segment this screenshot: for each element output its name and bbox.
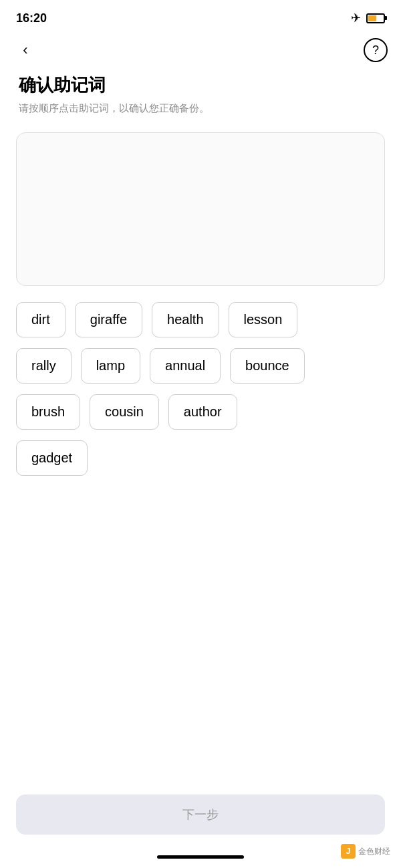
word-chip-rally[interactable]: rally xyxy=(16,348,72,384)
bottom-area: 下一步 xyxy=(0,794,401,835)
word-row: dirtgiraffehealthlesson xyxy=(16,302,385,337)
page-subtitle: 请按顺序点击助记词，以确认您正确备份。 xyxy=(19,102,382,115)
watermark-label: 金色财经 xyxy=(358,846,390,857)
watermark-icon: J xyxy=(341,844,356,859)
word-chip-annual[interactable]: annual xyxy=(150,348,221,384)
word-row: rallylampannualbounce xyxy=(16,348,385,384)
battery-icon xyxy=(366,13,385,23)
nav-bar: ‹ ? xyxy=(0,33,401,67)
word-row: gadget xyxy=(16,440,385,476)
status-icons: ✈ xyxy=(351,11,385,25)
battery-fill xyxy=(368,15,376,21)
watermark: J 金色财经 xyxy=(341,844,390,859)
word-chip-lamp[interactable]: lamp xyxy=(81,348,140,384)
word-chip-author[interactable]: author xyxy=(168,394,237,430)
status-time: 16:20 xyxy=(16,11,47,25)
airplane-icon: ✈ xyxy=(351,11,361,25)
word-chip-bounce[interactable]: bounce xyxy=(230,348,305,384)
header: 确认助记词 请按顺序点击助记词，以确认您正确备份。 xyxy=(0,67,401,126)
page-title: 确认助记词 xyxy=(19,74,382,97)
word-chip-lesson[interactable]: lesson xyxy=(229,302,298,337)
status-bar: 16:20 ✈ xyxy=(0,0,401,33)
help-icon: ? xyxy=(372,43,379,57)
word-input-area xyxy=(16,132,385,286)
help-button[interactable]: ? xyxy=(364,38,388,62)
word-grid: dirtgiraffehealthlessonrallylampannualbo… xyxy=(0,302,401,476)
back-button[interactable]: ‹ xyxy=(13,38,37,62)
word-chip-health[interactable]: health xyxy=(152,302,219,337)
word-row: brushcousinauthor xyxy=(16,394,385,430)
word-chip-gadget[interactable]: gadget xyxy=(16,440,88,476)
home-indicator xyxy=(157,855,244,859)
word-chip-brush[interactable]: brush xyxy=(16,394,80,430)
next-button[interactable]: 下一步 xyxy=(16,794,385,835)
back-chevron-icon: ‹ xyxy=(23,41,27,59)
word-chip-dirt[interactable]: dirt xyxy=(16,302,65,337)
word-chip-cousin[interactable]: cousin xyxy=(90,394,159,430)
word-chip-giraffe[interactable]: giraffe xyxy=(75,302,142,337)
